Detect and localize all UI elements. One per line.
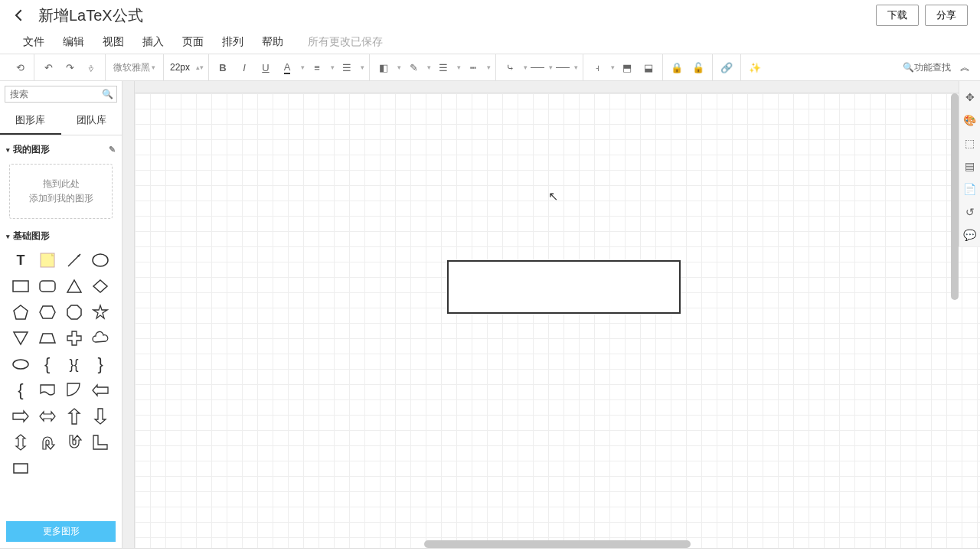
shape-line[interactable] bbox=[63, 249, 86, 272]
chevron-down-icon[interactable]: ▾ bbox=[574, 64, 578, 71]
canvas[interactable]: ↖ bbox=[135, 93, 980, 548]
navigator-icon[interactable]: ✥ bbox=[959, 86, 980, 109]
unlock-icon[interactable]: 🔓 bbox=[689, 58, 707, 77]
shape-triangle[interactable] bbox=[63, 275, 86, 298]
shape-hexagon[interactable] bbox=[36, 301, 59, 324]
menu-arrange[interactable]: 排列 bbox=[222, 35, 243, 49]
collapse-toolbar-icon[interactable]: ︽ bbox=[956, 58, 974, 77]
canvas-shape-rectangle[interactable] bbox=[447, 260, 681, 314]
tab-shape-library[interactable]: 图形库 bbox=[0, 107, 61, 135]
bold-icon[interactable]: B bbox=[214, 58, 232, 77]
history-icon[interactable]: ↺ bbox=[959, 201, 980, 223]
more-shapes-button[interactable]: 更多图形 bbox=[6, 521, 116, 542]
horizontal-scrollbar[interactable] bbox=[424, 540, 691, 548]
drop-zone[interactable]: 拖到此处 添加到我的图形 bbox=[9, 164, 113, 219]
fill-color-icon[interactable]: ◧ bbox=[374, 58, 393, 77]
search-icon[interactable]: 🔍 bbox=[102, 89, 113, 99]
shape-uturn-up[interactable] bbox=[36, 431, 59, 454]
shape-cloud[interactable] bbox=[89, 327, 112, 350]
link-icon[interactable]: 🔗 bbox=[717, 58, 736, 77]
shape-arrow-down[interactable] bbox=[89, 405, 112, 428]
shape-arrow-up[interactable] bbox=[63, 405, 86, 428]
shape-document[interactable] bbox=[36, 379, 59, 402]
back-button[interactable] bbox=[12, 8, 28, 23]
chevron-down-icon[interactable]: ▾ bbox=[611, 64, 615, 71]
chevron-down-icon[interactable]: ▾ bbox=[487, 64, 491, 71]
line-style-icon[interactable]: ┅ bbox=[464, 58, 482, 77]
connector-icon[interactable]: ⤷ bbox=[501, 58, 519, 77]
chevron-down-icon[interactable]: ▾ bbox=[331, 64, 335, 71]
shape-text[interactable]: T bbox=[9, 249, 32, 272]
lock-icon[interactable]: 🔒 bbox=[668, 58, 686, 77]
shape-uturn-down[interactable] bbox=[63, 431, 86, 454]
shape-trapezoid[interactable] bbox=[36, 327, 59, 350]
edit-icon[interactable]: ✎ bbox=[109, 145, 116, 155]
shape-octagon[interactable] bbox=[63, 301, 86, 324]
format-painter-icon[interactable]: ⎀ bbox=[82, 58, 100, 77]
shape-triangle-down[interactable] bbox=[9, 327, 32, 350]
download-button[interactable]: 下载 bbox=[876, 5, 919, 26]
shape-diamond[interactable] bbox=[89, 275, 112, 298]
shape-bracket-pair[interactable]: }{ bbox=[63, 353, 86, 376]
feature-search-button[interactable]: 🔍 功能查找 bbox=[898, 58, 956, 77]
shape-single-bracket[interactable]: { bbox=[9, 379, 32, 402]
chevron-down-icon[interactable]: ▾ bbox=[301, 64, 305, 71]
menu-edit[interactable]: 编辑 bbox=[63, 35, 84, 49]
shape-arrow-bidir[interactable] bbox=[36, 405, 59, 428]
shape-corner[interactable] bbox=[89, 431, 112, 454]
restore-icon[interactable]: ⟲ bbox=[11, 58, 29, 77]
shape-brace-right[interactable]: } bbox=[89, 353, 112, 376]
align-objects-icon[interactable]: ⫞ bbox=[588, 58, 606, 77]
menu-page[interactable]: 页面 bbox=[182, 35, 204, 49]
chevron-down-icon[interactable]: ▾ bbox=[397, 64, 401, 71]
font-size-stepper-icon[interactable]: ▴▾ bbox=[196, 64, 204, 71]
dimensions-icon[interactable]: ⬚ bbox=[959, 132, 980, 155]
document-title[interactable]: 新增LaTeX公式 bbox=[38, 5, 876, 26]
align-icon[interactable]: ≡ bbox=[308, 58, 326, 77]
menu-insert[interactable]: 插入 bbox=[142, 35, 164, 49]
pages-icon[interactable]: 📄 bbox=[959, 178, 980, 201]
menu-file[interactable]: 文件 bbox=[23, 35, 44, 49]
underline-icon[interactable]: U bbox=[256, 58, 275, 77]
comments-icon[interactable]: 💬 bbox=[959, 223, 980, 246]
chevron-down-icon[interactable]: ▾ bbox=[524, 64, 528, 71]
font-family-select[interactable]: 微软雅黑 ▾ bbox=[110, 61, 158, 74]
shape-rectangle[interactable] bbox=[9, 275, 32, 298]
bring-front-icon[interactable]: ⬒ bbox=[618, 58, 636, 77]
layers-icon[interactable]: ▤ bbox=[959, 155, 980, 178]
shape-rounded-rect[interactable] bbox=[36, 275, 59, 298]
shape-pentagon[interactable] bbox=[9, 301, 32, 324]
shape-arrow-updown[interactable] bbox=[9, 431, 32, 454]
redo-icon[interactable]: ↷ bbox=[60, 58, 79, 77]
section-my-shapes[interactable]: ▾ 我的图形 ✎ bbox=[6, 140, 116, 159]
send-back-icon[interactable]: ⬓ bbox=[639, 58, 658, 77]
menu-view[interactable]: 视图 bbox=[103, 35, 124, 49]
shape-circle[interactable] bbox=[89, 249, 112, 272]
undo-icon[interactable]: ↶ bbox=[39, 58, 57, 77]
tab-team-library[interactable]: 团队库 bbox=[61, 107, 122, 135]
font-size-input[interactable]: 22px bbox=[168, 62, 191, 73]
shape-star[interactable] bbox=[89, 301, 112, 324]
shape-arrow-right[interactable] bbox=[9, 405, 32, 428]
magic-wand-icon[interactable]: ✨ bbox=[746, 58, 764, 77]
shape-small-rect[interactable] bbox=[9, 457, 32, 480]
shape-ellipse-small[interactable] bbox=[9, 353, 32, 376]
section-basic-shapes[interactable]: ▾ 基础图形 bbox=[6, 227, 116, 246]
share-button[interactable]: 分享 bbox=[925, 5, 968, 26]
line-start-icon[interactable] bbox=[531, 67, 544, 68]
line-end-icon[interactable] bbox=[556, 67, 570, 68]
menu-help[interactable]: 帮助 bbox=[262, 35, 283, 49]
font-color-icon[interactable]: A bbox=[278, 58, 296, 77]
shape-quarter-circle[interactable] bbox=[63, 379, 86, 402]
border-color-icon[interactable]: ✎ bbox=[404, 58, 423, 77]
chevron-down-icon[interactable]: ▾ bbox=[457, 64, 461, 71]
shape-arrow-left[interactable] bbox=[89, 379, 112, 402]
line-width-icon[interactable]: ☰ bbox=[434, 58, 452, 77]
shape-brace-left[interactable]: { bbox=[36, 353, 59, 376]
list-icon[interactable]: ☰ bbox=[338, 58, 356, 77]
italic-icon[interactable]: I bbox=[235, 58, 253, 77]
vertical-scrollbar[interactable] bbox=[951, 93, 959, 300]
shape-cross[interactable] bbox=[63, 327, 86, 350]
chevron-down-icon[interactable]: ▾ bbox=[361, 64, 364, 71]
chevron-down-icon[interactable]: ▾ bbox=[549, 64, 553, 71]
